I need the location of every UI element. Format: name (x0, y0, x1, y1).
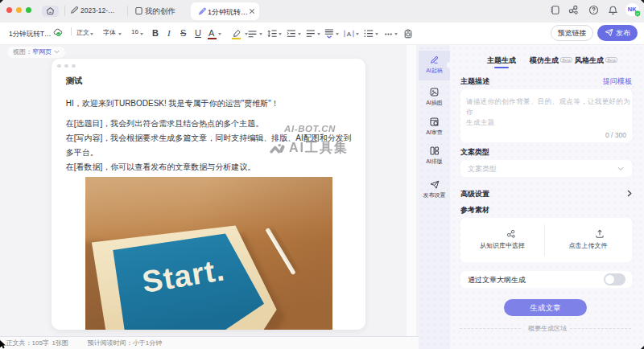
svg-text:A: A (347, 31, 352, 38)
